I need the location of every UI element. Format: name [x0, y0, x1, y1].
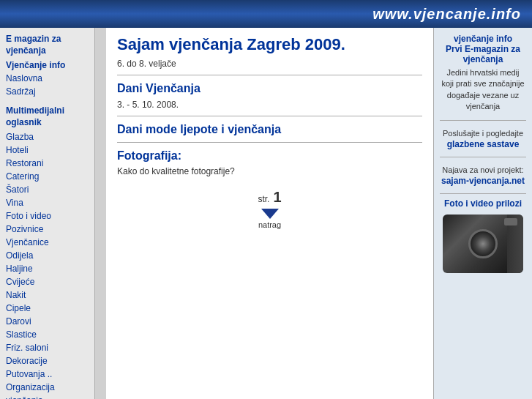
- sidebar-link-odijela[interactable]: Odijela: [6, 249, 89, 262]
- sidebar-link-pozivnice[interactable]: Pozivnice: [6, 223, 89, 236]
- promo-link[interactable]: sajam-vjencanja.net: [440, 176, 526, 186]
- sidebar-link-vjencianice[interactable]: Vjenčanice: [6, 236, 89, 249]
- brand-subtitle: Prvi E-magazin za vjenčanja: [440, 44, 526, 64]
- sidebar-link-sadrzaj[interactable]: Sadržaj: [6, 85, 89, 98]
- divider-2: [117, 116, 422, 116]
- divider-3: [117, 142, 422, 143]
- section2-title: Multimedijalni oglasnik: [6, 105, 89, 128]
- main-content: Sajam vjenčanja Zagreb 2009. 6. do 8. ve…: [106, 28, 433, 399]
- right-sidebar: vjenčanje info Prvi E-magazin za vjenčan…: [433, 28, 532, 399]
- sidebar-link-satori[interactable]: Šatori: [6, 183, 89, 196]
- sidebar-link-catering[interactable]: Catering: [6, 170, 89, 183]
- header: www.vjencanje.info: [0, 0, 532, 28]
- section1-title: E magazin za vjenčanja: [6, 34, 89, 56]
- event1-title: Dani Vjenčanja: [117, 81, 422, 97]
- brand-title: vjenčanje info: [440, 34, 526, 44]
- divider-1: [117, 75, 422, 75]
- sidebar-link-slastice[interactable]: Slastice: [6, 328, 89, 341]
- promo-text: Najava za novi projekt:: [440, 165, 526, 176]
- sidebar-link-foto-video[interactable]: Foto i video: [6, 209, 89, 223]
- sidebar-link-naslovna[interactable]: Naslovna: [6, 72, 89, 85]
- page-label: str.: [258, 194, 269, 204]
- promo-section: Najava za novi projekt: sajam-vjencanja.…: [440, 157, 526, 186]
- sidebar-link-darovi[interactable]: Darovi: [6, 315, 89, 328]
- sidebar-link-vjencanje-info[interactable]: Vjenčanje info: [6, 59, 89, 72]
- sidebar-link-cvijece[interactable]: Cvijeće: [6, 275, 89, 288]
- sidebar-link-friz-saloni[interactable]: Friz. saloni: [6, 341, 89, 354]
- sidebar-link-hoteli[interactable]: Hoteli: [6, 143, 89, 157]
- sidebar-link-nakit[interactable]: Nakit: [6, 288, 89, 302]
- sidebar-link-vina[interactable]: Vina: [6, 196, 89, 209]
- article-title: Fotografija:: [117, 149, 422, 164]
- photo-section: Foto i video prilozi: [440, 193, 526, 273]
- listen-text: Poslušajte i pogledajte: [440, 128, 526, 139]
- article-subtitle: Kako do kvalitetne fotografije?: [117, 165, 422, 178]
- event-date: 6. do 8. veljače: [117, 58, 422, 70]
- listen-section: Poslušajte i pogledajte glazbene sastave: [440, 120, 526, 149]
- camera-lens: [468, 229, 498, 258]
- sidebar-link-putovanja[interactable]: Putovanja ..: [6, 368, 89, 381]
- camera-image: [443, 215, 523, 273]
- sidebar-link-cipele[interactable]: Cipele: [6, 302, 89, 315]
- sidebar-link-organizacija[interactable]: Organizacija: [6, 381, 89, 394]
- page-nav: str. 1 natrag: [117, 189, 422, 229]
- center-divider: [95, 28, 106, 399]
- main-container: E magazin za vjenčanja Vjenčanje info Na…: [0, 28, 532, 399]
- main-heading: Sajam vjenčanja Zagreb 2009.: [117, 35, 422, 54]
- listen-link[interactable]: glazbene sastave: [440, 139, 526, 149]
- sidebar-link-restorani[interactable]: Restorani: [6, 157, 89, 170]
- photo-label: Foto i video prilozi: [440, 198, 526, 209]
- nav-back-label: natrag: [258, 220, 281, 229]
- camera-body-detail: [504, 218, 517, 225]
- left-sidebar: E magazin za vjenčanja Vjenčanje info Na…: [0, 28, 95, 399]
- sidebar-link-vjencanja[interactable]: vjenčanja: [6, 394, 89, 399]
- event2-title: Dani mode ljepote i vjenčanja: [117, 122, 422, 138]
- sidebar-link-dekoracije[interactable]: Dekoracije: [6, 354, 89, 368]
- sidebar-link-glazba[interactable]: Glazba: [6, 130, 89, 143]
- nav-back-arrow[interactable]: [261, 209, 279, 219]
- brand-desc: Jedini hrvatski medij koji prati sve zna…: [440, 67, 526, 113]
- page-number: 1: [273, 189, 281, 206]
- header-title: www.vjencanje.info: [372, 6, 521, 23]
- event1-date: 3. - 5. 10. 2008.: [117, 99, 422, 111]
- sidebar-link-haljine[interactable]: Haljine: [6, 262, 89, 275]
